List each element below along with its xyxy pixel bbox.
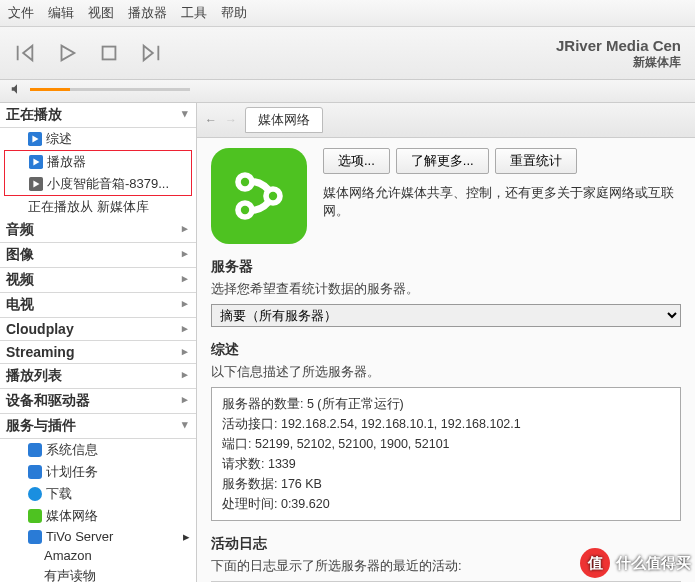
- cat-playlist[interactable]: 播放列表▸: [0, 364, 196, 389]
- menu-help[interactable]: 帮助: [221, 4, 247, 22]
- gear-icon: [28, 443, 42, 457]
- medianet-logo: [211, 148, 307, 244]
- sub-medianet[interactable]: 媒体网络: [0, 505, 196, 527]
- volume-row: [0, 80, 695, 103]
- play-icon[interactable]: [56, 42, 78, 64]
- reset-stats-button[interactable]: 重置统计: [495, 148, 577, 174]
- cat-services[interactable]: 服务与插件▾: [0, 414, 196, 439]
- fwd-icon[interactable]: →: [225, 113, 237, 127]
- brand: JRiver Media Cen 新媒体库: [556, 37, 681, 69]
- tab-medianet[interactable]: 媒体网络: [245, 107, 323, 133]
- sub-overview[interactable]: 综述: [0, 128, 196, 150]
- network-icon: [28, 509, 42, 523]
- summary-line: 活动接口: 192.168.2.54, 192.168.10.1, 192.16…: [222, 414, 670, 434]
- cloud-icon: [28, 487, 42, 501]
- tivo-icon: [28, 530, 42, 544]
- sub-playing-from[interactable]: 正在播放从 新媒体库: [0, 196, 196, 218]
- menu-tools[interactable]: 工具: [181, 4, 207, 22]
- back-icon[interactable]: ←: [205, 113, 217, 127]
- server-title: 服务器: [211, 258, 681, 276]
- options-button[interactable]: 选项...: [323, 148, 390, 174]
- sidebar: 正在播放▾ 综述 播放器 小度智能音箱-8379... 正在播放从 新媒体库 音…: [0, 103, 197, 582]
- calendar-icon: [28, 465, 42, 479]
- sub-schedule[interactable]: 计划任务: [0, 461, 196, 483]
- transport-controls: [14, 42, 162, 64]
- cat-cloudplay[interactable]: Cloudplay▸: [0, 318, 196, 341]
- summary-title: 综述: [211, 341, 681, 359]
- sub-sysinfo[interactable]: 系统信息: [0, 439, 196, 461]
- breadcrumb: ← → 媒体网络: [197, 103, 695, 138]
- cat-image[interactable]: 图像▸: [0, 243, 196, 268]
- sub-tivo[interactable]: TiVo Server▸: [0, 527, 196, 546]
- summary-line: 请求数: 1339: [222, 454, 670, 474]
- svg-rect-0: [103, 47, 116, 60]
- sub-player[interactable]: 播放器: [5, 151, 191, 173]
- header-desc: 媒体网络允许媒体共享、控制，还有更多关于家庭网络或互联网。: [323, 184, 681, 220]
- cat-video[interactable]: 视频▸: [0, 268, 196, 293]
- volume-slider[interactable]: [30, 88, 190, 91]
- cat-tv[interactable]: 电视▸: [0, 293, 196, 318]
- cat-devices[interactable]: 设备和驱动器▸: [0, 389, 196, 414]
- play-small-icon: [28, 132, 42, 146]
- cat-streaming[interactable]: Streaming▸: [0, 341, 196, 364]
- menubar: 文件 编辑 视图 播放器 工具 帮助: [0, 0, 695, 27]
- server-sub: 选择您希望查看统计数据的服务器。: [211, 280, 681, 298]
- summary-box: 服务器的数量: 5 (所有正常运行) 活动接口: 192.168.2.54, 1…: [211, 387, 681, 521]
- menu-edit[interactable]: 编辑: [48, 4, 74, 22]
- learnmore-button[interactable]: 了解更多...: [396, 148, 489, 174]
- svg-point-9: [241, 206, 249, 214]
- cat-nowplaying[interactable]: 正在播放▾: [0, 103, 196, 128]
- summary-line: 端口: 52199, 52102, 52100, 1900, 52101: [222, 434, 670, 454]
- brand-title: JRiver Media Cen: [556, 37, 681, 55]
- prev-icon[interactable]: [14, 42, 36, 64]
- menu-file[interactable]: 文件: [8, 4, 34, 22]
- watermark: 值 什么值得买: [580, 548, 691, 578]
- watermark-icon: 值: [580, 548, 610, 578]
- play-small-icon: [29, 177, 43, 191]
- cat-audio[interactable]: 音频▸: [0, 218, 196, 243]
- next-icon[interactable]: [140, 42, 162, 64]
- sub-amazon[interactable]: Amazon: [0, 546, 196, 565]
- menu-player[interactable]: 播放器: [128, 4, 167, 22]
- brand-sub: 新媒体库: [556, 55, 681, 69]
- summary-line: 处理时间: 0:39.620: [222, 494, 670, 514]
- menu-view[interactable]: 视图: [88, 4, 114, 22]
- highlight-annotation: 播放器 小度智能音箱-8379...: [4, 150, 192, 196]
- stop-icon[interactable]: [98, 42, 120, 64]
- summary-line: 服务器的数量: 5 (所有正常运行): [222, 394, 670, 414]
- volume-icon[interactable]: [10, 82, 24, 96]
- summary-sub: 以下信息描述了所选服务器。: [211, 363, 681, 381]
- server-select[interactable]: 摘要（所有服务器）: [211, 304, 681, 327]
- content: ← → 媒体网络 选项... 了解更多... 重置统计 媒体网络允许媒体共享、控…: [197, 103, 695, 582]
- svg-point-8: [269, 192, 277, 200]
- svg-point-7: [241, 178, 249, 186]
- chevron-down-icon: ▾: [182, 107, 188, 120]
- sub-speaker[interactable]: 小度智能音箱-8379...: [5, 173, 191, 195]
- summary-line: 服务数据: 176 KB: [222, 474, 670, 494]
- sub-audiobook[interactable]: 有声读物: [0, 565, 196, 582]
- play-small-icon: [29, 155, 43, 169]
- toolbar: JRiver Media Cen 新媒体库: [0, 27, 695, 80]
- watermark-text: 什么值得买: [616, 554, 691, 573]
- sub-download[interactable]: 下载: [0, 483, 196, 505]
